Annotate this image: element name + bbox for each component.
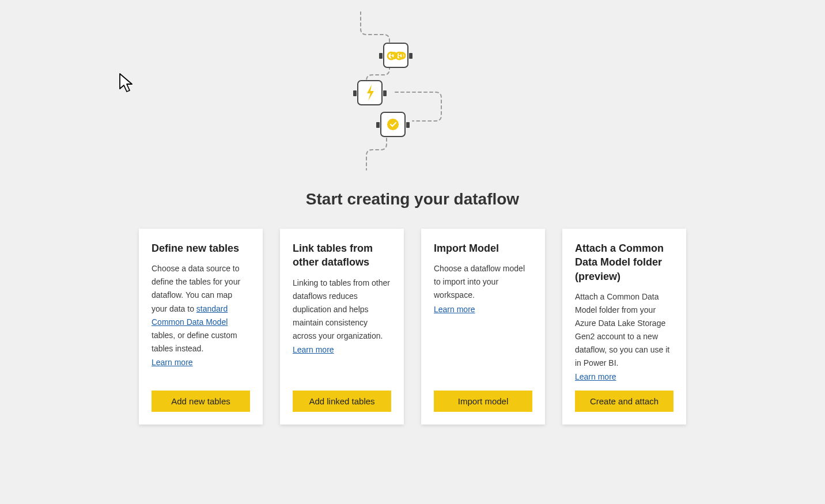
card-title: Attach a Common Data Model folder (previ… — [575, 241, 673, 283]
power-node-icon — [353, 81, 387, 105]
svg-rect-1 — [379, 53, 383, 59]
card-title: Link tables from other dataflows — [293, 241, 391, 270]
card-description: Choose a data source to define the table… — [152, 262, 250, 355]
learn-more-link[interactable]: Learn more — [293, 345, 391, 354]
card-attach-cdm-folder: Attach a Common Data Model folder (previ… — [562, 229, 686, 425]
card-link-tables: Link tables from other dataflows Linking… — [280, 229, 404, 425]
learn-more-link[interactable]: Learn more — [152, 358, 250, 367]
hero-illustration — [0, 0, 825, 173]
card-import-model: Import Model Choose a dataflow model to … — [421, 229, 545, 425]
card-desc-post: tables, or define custom tables instead. — [152, 331, 237, 353]
add-linked-tables-button[interactable]: Add linked tables — [293, 391, 391, 412]
page-title: Start creating your dataflow — [0, 190, 825, 209]
card-description: Linking to tables from other dataflows r… — [293, 276, 391, 343]
card-title: Define new tables — [152, 241, 250, 255]
add-new-tables-button[interactable]: Add new tables — [152, 391, 250, 412]
learn-more-link[interactable]: Learn more — [575, 372, 673, 381]
card-title: Import Model — [434, 241, 532, 255]
dataflow-diagram-icon — [326, 12, 499, 173]
learn-more-link[interactable]: Learn more — [434, 305, 532, 314]
svg-rect-10 — [406, 122, 410, 128]
card-define-new-tables: Define new tables Choose a data source t… — [139, 229, 263, 425]
import-model-button[interactable]: Import model — [434, 391, 532, 412]
card-description: Choose a dataflow model to import into y… — [434, 262, 532, 302]
svg-rect-7 — [383, 90, 387, 96]
svg-rect-6 — [353, 90, 357, 96]
create-and-attach-button[interactable]: Create and attach — [575, 391, 673, 412]
svg-rect-9 — [376, 122, 380, 128]
badge-node-icon — [376, 112, 410, 137]
cards-row: Define new tables Choose a data source t… — [0, 229, 825, 425]
card-description: Attach a Common Data Model folder from y… — [575, 290, 673, 370]
svg-rect-2 — [409, 53, 412, 59]
link-node-icon — [379, 43, 412, 67]
